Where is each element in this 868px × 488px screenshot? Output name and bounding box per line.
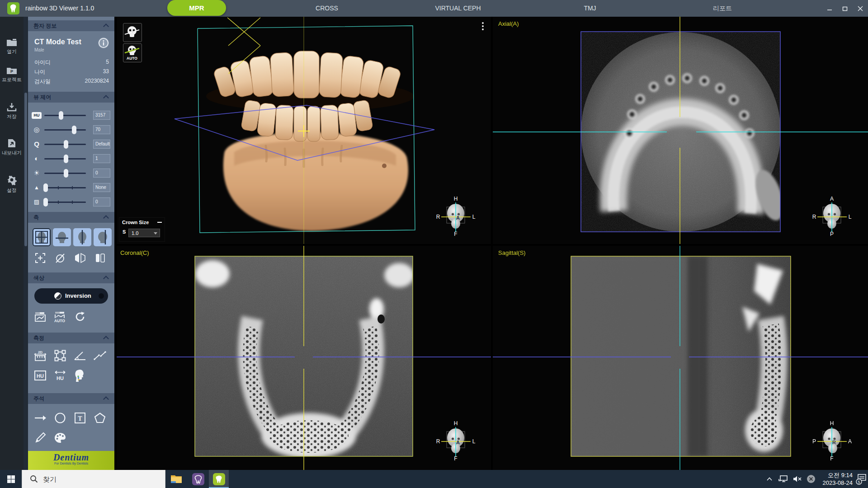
contrast-slider[interactable] [44,158,86,160]
hu-slider-row: HU 3157 [28,110,114,121]
tab-tmj[interactable]: TMJ [567,0,613,17]
annotation-text-button[interactable]: T [72,411,88,425]
view-sagittal[interactable]: Sagittal(S) H F P A R [493,246,868,470]
svg-text:HU: HU [57,375,64,381]
measure-hu-profile-button[interactable]: HU [52,368,68,383]
taskbar-clock[interactable]: 오전 9:14 2023-08-24 [813,471,853,487]
chevron-up-icon [103,95,109,101]
measure-airway-button[interactable] [72,368,88,383]
reset-arrow-icon [74,311,86,323]
rail-project-button[interactable]: P 프로젝트 [0,66,24,83]
axis-mpr-button[interactable] [33,228,51,246]
color-header[interactable]: 색상 [28,272,114,283]
quality-slider-thumb[interactable] [64,140,68,149]
skull-clip-button[interactable] [123,23,142,42]
axis-axial-button[interactable] [53,228,71,246]
chevron-up-icon [103,276,109,282]
hide-crosshair-button[interactable] [52,251,68,265]
tab-virtual-ceph[interactable]: VIRTUAL CEPH [424,0,492,17]
auto-histogram-button[interactable]: AUTO [52,310,68,324]
tray-network-button[interactable] [777,470,790,488]
measure-header[interactable]: 측정 [28,333,114,343]
crown-size-select[interactable]: 1.0 [128,229,160,237]
sharpness-slider[interactable] [44,187,86,188]
rail-save-button[interactable]: 저장 [0,103,24,120]
axis-header[interactable]: 축 [28,212,114,223]
hu-slider-thumb[interactable] [59,111,63,120]
tab-mpr[interactable]: MPR [167,0,226,16]
flip-button[interactable] [72,251,88,265]
brightness-slider[interactable] [44,173,86,174]
grain-value-field[interactable]: 0 [93,197,110,206]
inversion-toggle[interactable]: Inversion [34,288,108,304]
axis-coronal-button[interactable] [94,228,112,246]
quality-slider[interactable] [44,144,86,145]
tab-cross[interactable]: CROSS [304,0,349,17]
annotation-circle-button[interactable] [52,411,68,425]
skull-auto-clip-button[interactable]: AUTO [123,43,142,62]
taskbar-purple-app-button[interactable] [188,470,208,488]
measure-2d-length-button[interactable]: 2D [33,348,48,363]
close-button[interactable] [853,0,868,17]
opacity-icon: ◎ [32,124,42,135]
view-control-header[interactable]: 뷰 제어 [28,92,114,103]
patient-examdate-value: 20230824 [85,78,109,84]
annotation-palette-button[interactable] [52,431,68,445]
measure-hu-button[interactable]: HU [33,368,48,383]
hu-box-icon: HU [34,370,47,381]
grain-slider-thumb[interactable] [43,198,48,206]
contrast-slider-thumb[interactable] [64,155,68,163]
maximize-button[interactable] [837,0,853,17]
layout-button[interactable] [92,251,108,265]
tray-notification-button[interactable]: 5 [854,470,868,488]
reset-view-button[interactable] [33,251,48,265]
quality-value-field[interactable]: Default [93,140,110,149]
tab-report[interactable]: 리포트 [700,0,745,17]
coronal-label: Coronal(C) [120,249,149,256]
opacity-value-field[interactable]: 70 [93,125,110,134]
taskbar-explorer-button[interactable] [166,470,186,488]
contrast-slider-row: ◐ 1 [28,153,114,164]
view-3d-menu-button[interactable] [482,22,484,32]
annotation-pen-button[interactable] [33,431,48,445]
sharpness-slider-thumb[interactable] [43,183,48,192]
view-coronal[interactable]: Coronal(C) H F R L A [117,246,491,470]
start-button[interactable] [0,470,22,488]
patient-name: CT Mode Test [34,38,81,46]
patient-info-header[interactable]: 환자 정보 [28,20,114,31]
sharpness-value-field[interactable]: None [93,183,110,192]
hu-slider[interactable] [44,115,86,116]
hu-value-field[interactable]: 3157 [93,111,110,120]
histogram-button[interactable] [33,310,48,324]
rail-settings-button[interactable]: 설정 [0,174,24,194]
sidebar-scrollbar-thumb[interactable] [24,93,27,246]
view-axial[interactable]: Axial(A) A P R L [493,17,868,244]
svg-text:F: F [454,455,457,461]
taskbar-rainbow-viewer-button[interactable] [209,470,229,488]
axis-sagittal-button[interactable] [73,228,91,246]
brightness-slider-thumb[interactable] [64,169,68,178]
rail-open-button[interactable]: 열기 [0,38,24,55]
measure-area-button[interactable] [52,348,68,363]
svg-text:R: R [436,214,440,220]
minimize-panel-button[interactable] [157,222,162,223]
crown-size-title: Crown Size [119,218,165,227]
rail-export-button[interactable]: 내보내기 [0,139,24,156]
patient-info-icon[interactable] [98,38,109,48]
tray-chevron-up[interactable] [763,470,776,488]
contrast-value-field[interactable]: 1 [93,154,110,163]
opacity-slider-thumb[interactable] [72,126,76,134]
measure-line-angle-button[interactable] [92,348,108,363]
annotation-arrow-button[interactable] [33,411,48,425]
minimize-button[interactable] [822,0,837,17]
annotation-polygon-button[interactable] [92,411,108,425]
annotation-header[interactable]: 주석 [28,393,114,404]
tray-volume-muted-button[interactable] [791,470,804,488]
measure-angle-button[interactable] [72,348,88,363]
opacity-slider[interactable] [44,129,86,131]
reset-color-button[interactable] [72,310,88,324]
grain-slider[interactable] [44,202,86,203]
view-3d[interactable]: AUTO Crown Size S 1.0 [117,17,491,244]
brightness-value-field[interactable]: 0 [93,169,110,178]
search-input[interactable] [42,470,161,488]
